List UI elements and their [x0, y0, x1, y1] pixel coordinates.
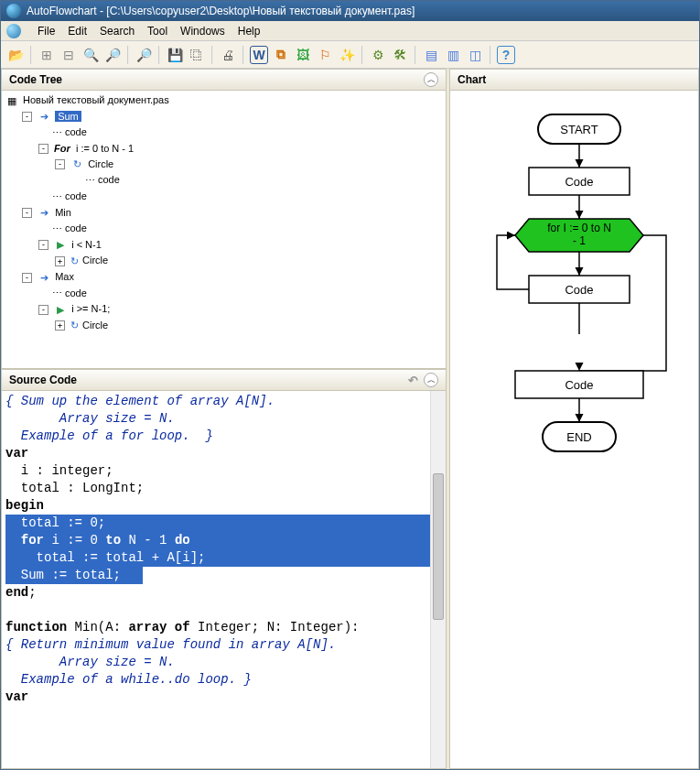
collapse-icon[interactable]: ︿	[424, 72, 438, 87]
export-word-icon[interactable]: W	[250, 46, 268, 64]
menu-bar: File Edit Search Tool Windows Help	[1, 21, 699, 41]
tree-root-label: Новый текстовый документ.pas	[23, 94, 169, 105]
tree-cond[interactable]: - ▶ i >= N-1; +↻Circle	[38, 301, 444, 333]
help-icon[interactable]: ?	[497, 46, 515, 64]
chart-panel[interactable]: START Code for I := 0 to N - 1 Code	[449, 91, 699, 769]
src-line: Example of a for loop. }	[5, 428, 213, 443]
plus-icon[interactable]: +	[55, 256, 65, 266]
src-line: { Sum up the element of array A[N].	[5, 394, 275, 408]
settings-icon[interactable]: ⚙	[369, 46, 387, 64]
menu-edit[interactable]: Edit	[68, 25, 87, 38]
tree-item[interactable]: ⋯code	[71, 172, 444, 189]
src-line: i : integer;	[5, 463, 113, 478]
separator	[30, 46, 32, 64]
tree-min[interactable]: - ➔ Min ⋯code - ▶ i < N-1	[22, 205, 444, 269]
bookmark-icon[interactable]: ⚐	[316, 46, 334, 64]
tree-root[interactable]: ▦ Новый текстовый документ.pas - ➔ Sum ⋯…	[5, 92, 444, 333]
print-icon[interactable]: 🖨	[219, 46, 237, 64]
tree-circle[interactable]: +↻Circle	[55, 253, 444, 269]
code-tree[interactable]: ▦ Новый текстовый документ.pas - ➔ Sum ⋯…	[2, 91, 446, 335]
scrollbar-thumb[interactable]	[433, 473, 444, 620]
menu-tool[interactable]: Tool	[147, 25, 167, 38]
separator	[211, 46, 213, 64]
copy-icon[interactable]: ⿻	[188, 46, 206, 64]
source-code-editor[interactable]: { Sum up the element of array A[N]. Arra…	[2, 391, 446, 708]
collapse-icon[interactable]: ︿	[424, 373, 438, 387]
zoom-out-icon[interactable]: 🔎	[103, 46, 122, 64]
code-icon: ⋯	[50, 125, 63, 141]
undo-icon[interactable]: ↶	[405, 373, 420, 387]
menu-help[interactable]: Help	[238, 25, 261, 38]
separator	[127, 46, 129, 64]
flowchart-code: Code	[565, 378, 593, 392]
export-code-icon[interactable]: ⧉	[272, 46, 290, 64]
tree-item[interactable]: ⋯code	[38, 286, 444, 302]
loop-icon: ↻	[68, 254, 81, 269]
tree-sum[interactable]: - ➔ Sum ⋯code - For For i := 0 to N - 1 …	[22, 109, 444, 205]
window-title: AutoFlowchart - [C:\Users\copyuser2\Desk…	[27, 5, 415, 17]
file-icon: ▦	[5, 93, 18, 109]
code-icon: ⋯	[50, 286, 63, 301]
tree-item-label: code	[65, 222, 87, 233]
tree-cond[interactable]: - ▶ i < N-1 +↻Circle	[38, 237, 444, 269]
chart-title: Chart	[458, 73, 486, 86]
minus-icon[interactable]: -	[22, 112, 32, 122]
auto-layout-icon[interactable]: ✨	[338, 46, 356, 64]
flowchart-loop: for I := 0 to N	[547, 222, 611, 234]
chart-header: Chart	[449, 69, 699, 91]
menu-file[interactable]: File	[38, 25, 55, 38]
tree-item[interactable]: ⋯code	[38, 221, 444, 237]
tree-for-text: i := 0 to N - 1	[73, 143, 134, 154]
menu-windows[interactable]: Windows	[180, 25, 225, 38]
minus-icon[interactable]: -	[38, 144, 48, 154]
mdi-icon	[6, 24, 21, 38]
save-icon[interactable]: 💾	[166, 46, 184, 64]
tree-item-label: Circle	[82, 255, 108, 266]
tree-item[interactable]: ⋯code	[38, 189, 444, 205]
layout-c-icon[interactable]: ◫	[466, 46, 484, 64]
options-icon[interactable]: 🛠	[391, 46, 409, 64]
src-line: end	[5, 585, 28, 600]
condition-icon: ▶	[54, 302, 67, 318]
tree-for[interactable]: - For For i := 0 to N - 1 i := 0 to N - …	[38, 141, 444, 189]
src-line-selected: total := 0;	[5, 515, 442, 532]
src-line: Example of a while..do loop. }	[5, 672, 252, 687]
export-image-icon[interactable]: 🖼	[294, 46, 312, 64]
find-icon[interactable]: 🔎	[135, 46, 153, 64]
function-icon: ➔	[38, 270, 50, 286]
minus-icon[interactable]: -	[55, 159, 65, 169]
flowchart-start: START	[560, 123, 598, 136]
tree-circle[interactable]: +↻Circle	[55, 318, 444, 334]
workspace: Code Tree ︿ ▦ Новый текстовый документ.p…	[1, 69, 699, 769]
plus-icon[interactable]: +	[55, 320, 65, 331]
minus-icon[interactable]: -	[38, 305, 48, 315]
open-icon[interactable]: 📂	[6, 46, 25, 64]
tree-item-label: code	[98, 174, 120, 185]
title-bar: AutoFlowchart - [C:\Users\copyuser2\Desk…	[1, 1, 699, 21]
function-icon: ➔	[38, 109, 50, 125]
tree-item[interactable]: ⋯code	[38, 125, 444, 141]
zoom-in-icon[interactable]: 🔍	[81, 46, 100, 64]
layout-a-icon[interactable]: ▤	[422, 46, 440, 64]
codetree-panel: ▦ Новый текстовый документ.pas - ➔ Sum ⋯…	[1, 91, 447, 369]
minus-icon[interactable]: -	[22, 273, 32, 283]
separator	[242, 46, 244, 64]
src-line: Array size = N.	[5, 411, 175, 426]
minus-icon[interactable]: -	[38, 240, 48, 250]
menu-search[interactable]: Search	[100, 25, 135, 38]
tree-item-label: code	[65, 287, 87, 298]
tree-item-label: Max	[55, 271, 74, 282]
tree-circle[interactable]: - ↻ Circle ⋯code	[55, 157, 444, 189]
toolbar: 📂 ⊞ ⊟ 🔍 🔎 🔎 💾 ⿻ 🖨 W ⧉ 🖼 ⚐ ✨ ⚙ 🛠 ▤ ▥ ◫ ?	[1, 41, 699, 69]
src-line: total : LongInt;	[5, 481, 144, 495]
loop-icon: ↻	[68, 318, 81, 333]
collapse-all-icon[interactable]: ⊟	[59, 46, 78, 64]
flowchart-svg: START Code for I := 0 to N - 1 Code	[460, 96, 689, 490]
left-column: Code Tree ︿ ▦ Новый текстовый документ.p…	[1, 69, 449, 769]
expand-all-icon[interactable]: ⊞	[38, 46, 56, 64]
vertical-scrollbar[interactable]	[430, 391, 446, 768]
tree-max[interactable]: - ➔ Max ⋯code - ▶ i >= N-1;	[22, 269, 444, 333]
minus-icon[interactable]: -	[22, 208, 32, 218]
tree-item-label: Circle	[88, 158, 113, 169]
layout-b-icon[interactable]: ▥	[444, 46, 462, 64]
